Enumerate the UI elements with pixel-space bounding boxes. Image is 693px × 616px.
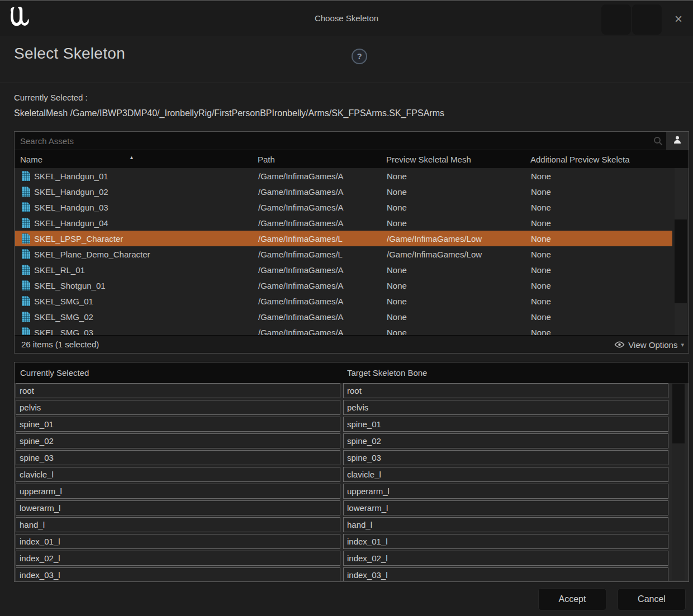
- asset-path: /Game/InfimaGames/A: [258, 265, 387, 275]
- bone-target-cell: hand_l: [343, 517, 668, 532]
- chevron-down-icon: ▾: [681, 341, 684, 348]
- asset-additional-preview: None: [531, 328, 672, 336]
- eye-icon: [614, 340, 625, 350]
- accept-button[interactable]: Accept: [538, 588, 606, 610]
- cancel-button[interactable]: Cancel: [618, 588, 686, 610]
- currently-selected-value: SkeletalMesh /Game/IBWP3DMP40/_Ironbelly…: [14, 108, 444, 118]
- asset-row[interactable]: SKEL_SMG_01 /Game/InfimaGames/A None Non…: [15, 293, 672, 309]
- asset-name: SKEL_SMG_02: [34, 312, 258, 322]
- bone-target-cell: clavicle_l: [343, 467, 668, 482]
- asset-additional-preview: None: [531, 281, 672, 290]
- skeleton-asset-icon: [22, 312, 30, 322]
- skeleton-asset-icon: [22, 202, 30, 212]
- bone-current-cell: index_02_l: [16, 551, 340, 566]
- skeleton-asset-icon: [22, 280, 30, 290]
- bone-list-scrollbar[interactable]: [672, 383, 685, 580]
- window-title: Choose Skeleton: [0, 13, 693, 23]
- asset-row[interactable]: SKEL_Handgun_01 /Game/InfimaGames/A None…: [15, 168, 672, 184]
- bone-target-cell: index_03_l: [343, 567, 668, 581]
- bone-row: spine_03 spine_03: [16, 450, 668, 465]
- asset-name: SKEL_Handgun_04: [34, 218, 258, 228]
- close-icon[interactable]: ×: [670, 10, 687, 28]
- asset-preview-mesh: None: [387, 218, 531, 228]
- skeleton-asset-icon: [22, 218, 30, 228]
- skeleton-asset-icon: [22, 265, 30, 275]
- asset-row[interactable]: SKEL_Handgun_03 /Game/InfimaGames/A None…: [15, 199, 672, 215]
- asset-name: SKEL_LPSP_Character: [34, 234, 258, 243]
- currently-selected-label: Currently Selected :: [14, 93, 88, 102]
- asset-list-scrollbar[interactable]: [675, 168, 687, 336]
- search-input[interactable]: [15, 132, 646, 150]
- asset-path: /Game/InfimaGames/L: [258, 250, 387, 259]
- header-divider: [0, 83, 693, 83]
- item-count-status: 26 items (1 selected): [21, 340, 99, 349]
- bone-target-cell: index_01_l: [343, 534, 668, 549]
- bone-current-cell: clavicle_l: [16, 467, 340, 482]
- asset-path: /Game/InfimaGames/A: [258, 312, 387, 322]
- bone-row: lowerarm_l lowerarm_l: [16, 500, 668, 515]
- asset-preview-mesh: None: [387, 203, 531, 212]
- column-header-preview[interactable]: Preview Skeletal Mesh: [386, 155, 528, 164]
- asset-preview-mesh: /Game/InfimaGames/Low: [387, 234, 531, 243]
- asset-name: SKEL_SMG_01: [34, 297, 258, 306]
- help-icon[interactable]: ?: [352, 49, 367, 64]
- asset-preview-mesh: None: [387, 187, 531, 197]
- bone-target-cell: spine_01: [343, 417, 668, 432]
- bone-current-cell: index_03_l: [16, 567, 340, 581]
- asset-path: /Game/InfimaGames/A: [258, 187, 387, 197]
- asset-preview-mesh: None: [387, 328, 531, 336]
- user-filter-button[interactable]: [666, 132, 689, 150]
- bone-target-cell: pelvis: [343, 400, 668, 415]
- asset-row[interactable]: SKEL_SMG_03 /Game/InfimaGames/A None Non…: [15, 324, 672, 336]
- asset-row[interactable]: SKEL_Handgun_04 /Game/InfimaGames/A None…: [15, 215, 672, 231]
- asset-row[interactable]: SKEL_LPSP_Character /Game/InfimaGames/L …: [15, 231, 672, 246]
- asset-additional-preview: None: [531, 218, 672, 228]
- asset-additional-preview: None: [531, 187, 672, 197]
- search-icon: [653, 136, 663, 148]
- asset-name: SKEL_SMG_03: [34, 328, 258, 336]
- asset-list: SKEL_Handgun_01 /Game/InfimaGames/A None…: [15, 168, 688, 336]
- asset-path: /Game/InfimaGames/A: [258, 328, 387, 336]
- asset-additional-preview: None: [531, 171, 672, 181]
- asset-path: /Game/InfimaGames/A: [258, 297, 387, 306]
- asset-row[interactable]: SKEL_Handgun_02 /Game/InfimaGames/A None…: [15, 184, 672, 199]
- asset-additional-preview: None: [531, 265, 672, 275]
- asset-preview-mesh: None: [387, 265, 531, 275]
- asset-preview-mesh: None: [387, 171, 531, 181]
- bone-current-cell: spine_02: [16, 433, 340, 448]
- person-icon: [673, 135, 682, 146]
- view-options-button[interactable]: View Options ▾: [614, 338, 684, 351]
- asset-additional-preview: None: [531, 297, 672, 306]
- column-header-path[interactable]: Path: [258, 155, 383, 164]
- skeleton-asset-icon: [22, 249, 30, 259]
- skeleton-asset-icon: [22, 233, 30, 243]
- asset-list-scrollbar-thumb[interactable]: [675, 219, 687, 303]
- skeleton-asset-icon: [22, 296, 30, 306]
- asset-row[interactable]: SKEL_SMG_02 /Game/InfimaGames/A None Non…: [15, 309, 672, 324]
- asset-preview-mesh: None: [387, 297, 531, 306]
- asset-row[interactable]: SKEL_RL_01 /Game/InfimaGames/A None None: [15, 262, 672, 278]
- sort-ascending-icon: ▲: [129, 155, 134, 160]
- bone-row: index_03_l index_03_l: [16, 567, 668, 581]
- window-top-edge: [0, 0, 693, 1]
- titlebar-button-primary[interactable]: [632, 4, 662, 35]
- column-header-name[interactable]: Name: [20, 155, 255, 164]
- column-header-additional[interactable]: Additional Preview Skeleta: [530, 155, 688, 164]
- asset-path: /Game/InfimaGames/A: [258, 203, 387, 212]
- asset-picker-panel: Name ▲ Path Preview Skeletal Mesh Additi…: [14, 131, 689, 354]
- asset-path: /Game/InfimaGames/L: [258, 234, 387, 243]
- search-bar: [15, 132, 689, 150]
- asset-row[interactable]: SKEL_Shotgun_01 /Game/InfimaGames/A None…: [15, 278, 672, 293]
- asset-name: SKEL_RL_01: [34, 265, 258, 275]
- titlebar-button-secondary[interactable]: [601, 4, 631, 35]
- bone-list-scrollbar-thumb[interactable]: [672, 384, 685, 443]
- bone-column-target: Target Skeleton Bone: [347, 368, 427, 378]
- bone-row: root root: [16, 383, 668, 398]
- bone-current-cell: spine_03: [16, 450, 340, 465]
- bone-row: spine_01 spine_01: [16, 417, 668, 432]
- bone-row: upperarm_l upperarm_l: [16, 484, 668, 499]
- bone-target-cell: root: [343, 383, 668, 398]
- asset-row[interactable]: SKEL_Plane_Demo_Character /Game/InfimaGa…: [15, 246, 672, 262]
- skeleton-asset-icon: [22, 187, 30, 197]
- bone-current-cell: root: [16, 383, 340, 398]
